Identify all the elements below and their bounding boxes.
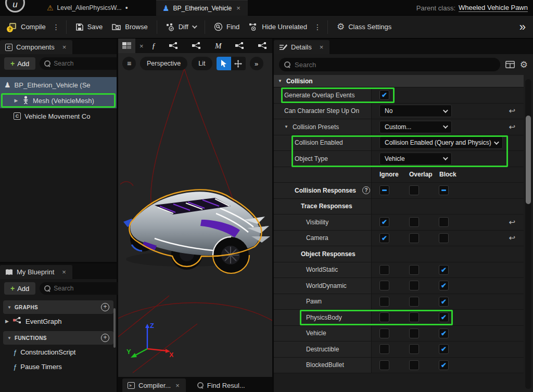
category-collision[interactable]: ▼Collision (274, 75, 524, 87)
checkbox-dash[interactable] (379, 185, 389, 195)
compile-button[interactable]: ? Compile (3, 19, 50, 35)
close-icon[interactable]: × (235, 4, 242, 12)
close-icon[interactable]: × (61, 268, 67, 276)
details-tab[interactable]: Details × (274, 40, 329, 54)
graph-tab-icon[interactable] (192, 42, 201, 49)
dropdown-can-character-step-up-on[interactable]: No (379, 105, 452, 117)
checkbox-empty[interactable] (409, 328, 419, 338)
details-search[interactable] (279, 58, 500, 71)
viewport-tab[interactable] (118, 39, 135, 53)
expand-arrow-icon[interactable]: ▶ (5, 319, 9, 324)
components-add-button[interactable]: + Add (4, 57, 35, 70)
help-icon[interactable]: ? (362, 186, 370, 194)
checkbox-empty[interactable] (409, 233, 419, 243)
reset-to-default-icon[interactable]: ↩ (509, 106, 515, 116)
details-settings-gear-icon[interactable]: ⚙ (520, 59, 528, 70)
checkbox-empty[interactable] (379, 344, 389, 354)
scrollbar-thumb[interactable] (526, 116, 531, 204)
add-functions-button[interactable]: + (101, 334, 109, 342)
dropdown-collision-enabled[interactable]: Collision Enabled (Query and Physics) (379, 136, 503, 149)
section-header-functions[interactable]: ▼FUNCTIONS+ (3, 331, 113, 345)
dropdown-collision-presets[interactable]: Custom... (379, 121, 452, 133)
expand-down-icon[interactable]: ▼ (284, 124, 288, 129)
reset-to-default-icon[interactable]: ↩ (509, 122, 515, 132)
checkbox-empty[interactable] (379, 328, 389, 338)
checkbox-empty[interactable] (409, 217, 419, 227)
component-tree-item-vehicle-movement-co[interactable]: CVehicle Movement Co (0, 108, 117, 124)
my-blueprint-tab[interactable]: My Blueprint × (0, 265, 72, 279)
viewport-menu-button[interactable]: ≡ (122, 57, 136, 70)
hide-unrelated-button[interactable]: Hide Unrelated (244, 19, 312, 35)
blueprint-item-constructionscript[interactable]: ƒConstructionScript (0, 345, 117, 359)
compile-options-kebab[interactable]: ⋮ (50, 23, 62, 31)
construction-script-tab[interactable]: ƒ (152, 42, 156, 50)
find-button[interactable]: Find (209, 19, 244, 35)
unreal-logo[interactable]: u (5, 0, 25, 12)
checkbox-check[interactable] (439, 328, 449, 338)
checkbox-empty[interactable] (379, 281, 389, 290)
macro-tab[interactable]: M (215, 42, 222, 50)
checkbox-dash[interactable] (439, 185, 449, 195)
checkbox-empty[interactable] (409, 185, 419, 195)
checkbox-empty[interactable] (439, 233, 449, 243)
component-tree-item-mesh-vehiclemesh[interactable]: ▶Mesh (VehicleMesh) (0, 93, 117, 108)
lit-mode-button[interactable]: Lit (192, 57, 212, 70)
blueprint-item-pause-timers[interactable]: ƒPause Timers (0, 359, 117, 374)
my-blueprint-add-button[interactable]: + Add (4, 282, 35, 295)
close-icon[interactable]: × (61, 43, 68, 51)
compiler-results-tab[interactable]: > Compiler... × (122, 378, 186, 392)
graph-tab-icon[interactable] (235, 42, 245, 49)
save-button[interactable]: Save (71, 19, 108, 35)
browse-button[interactable]: Browse (107, 19, 152, 35)
checkbox-empty[interactable] (379, 297, 389, 307)
checkbox-empty[interactable] (409, 265, 419, 275)
checkbox-empty[interactable] (409, 297, 419, 307)
expand-arrow-icon[interactable]: ▶ (14, 98, 19, 103)
blueprint-item-eventgraph[interactable]: ▶EventGraph (0, 314, 117, 328)
find-results-tab[interactable]: Find Resul... (192, 378, 250, 392)
move-tool-button[interactable] (231, 57, 246, 70)
checkbox-empty[interactable] (409, 360, 419, 370)
my-blueprint-scrollbar[interactable] (113, 308, 116, 348)
checkbox-empty[interactable] (439, 217, 449, 227)
reset-to-default-icon[interactable]: ↩ (509, 233, 515, 243)
toolbar-overflow-chevrons[interactable]: » (519, 20, 526, 34)
class-settings-button[interactable]: ⚙ Class Settings (332, 19, 396, 35)
toolbar-kebab[interactable]: ⋮ (312, 23, 323, 31)
tab-level[interactable]: ⚠ Level_AlienPhysicsW... • (41, 0, 134, 16)
3d-viewport[interactable]: ≡ Perspective Lit » (118, 53, 272, 377)
close-icon[interactable]: × (319, 43, 325, 51)
checkbox-empty[interactable] (379, 360, 389, 370)
components-tab[interactable]: C Components × (0, 40, 72, 54)
graph-tab-icon[interactable] (258, 42, 268, 49)
checkbox-empty[interactable] (409, 344, 419, 354)
checkbox-check[interactable] (379, 217, 389, 227)
viewport-toolbar-overflow[interactable]: » (250, 57, 263, 70)
select-tool-button[interactable] (217, 57, 231, 70)
checkbox-check[interactable] (439, 360, 449, 370)
close-icon[interactable]: × (174, 382, 181, 389)
checkbox-check[interactable] (379, 90, 389, 100)
component-tree-item-bp-etherion-vehicle-se[interactable]: ♟BP_Etherion_Vehicle (Se (0, 77, 117, 93)
add-graphs-button[interactable]: + (101, 303, 109, 311)
tab-blueprint[interactable]: ♟ BP_Etherion_Vehicle × (156, 0, 248, 16)
perspective-button[interactable]: Perspective (140, 57, 187, 70)
diff-button[interactable]: Diff (161, 19, 200, 35)
section-header-graphs[interactable]: ▼GRAPHS+ (3, 300, 113, 314)
checkbox-check[interactable] (439, 312, 449, 322)
checkbox-check[interactable] (439, 281, 449, 290)
parent-class-link[interactable]: Wheeled Vehicle Pawn (459, 4, 528, 12)
checkbox-empty[interactable] (379, 265, 389, 275)
graph-tab-icon[interactable] (169, 42, 179, 49)
reset-to-default-icon[interactable]: ↩ (509, 218, 515, 227)
close-icon[interactable]: × (138, 42, 145, 50)
details-search-input[interactable] (295, 61, 495, 69)
checkbox-check[interactable] (439, 265, 449, 275)
checkbox-empty[interactable] (409, 281, 419, 290)
display-filter-icon[interactable] (505, 61, 515, 68)
checkbox-check[interactable] (439, 297, 449, 307)
checkbox-check[interactable] (379, 233, 389, 243)
dropdown-object-type[interactable]: Vehicle (379, 153, 452, 165)
checkbox-check[interactable] (439, 344, 449, 354)
details-scrollbar[interactable] (525, 79, 531, 389)
